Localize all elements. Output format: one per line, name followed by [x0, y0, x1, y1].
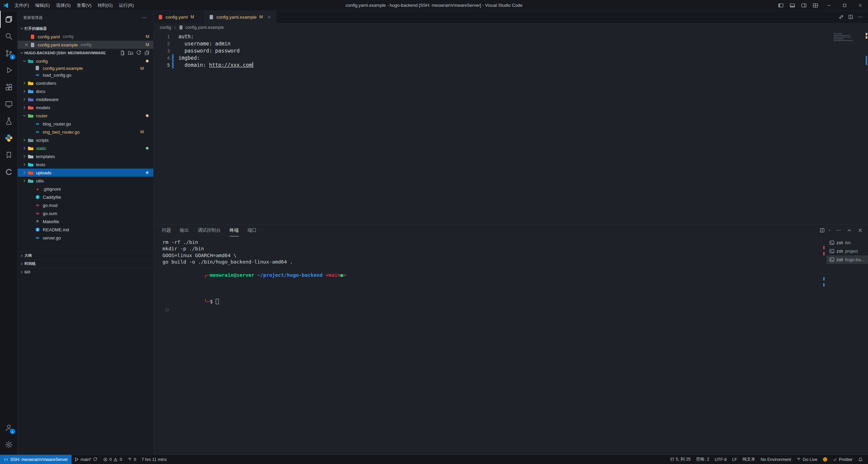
menu-file[interactable]: 文件(F)	[12, 0, 32, 11]
new-file-icon[interactable]	[119, 49, 126, 57]
tree-item-controllers[interactable]: controllers	[18, 79, 153, 87]
tree-item-config[interactable]: config	[18, 57, 153, 65]
panel-more-actions-icon[interactable]	[835, 227, 842, 234]
menu-run[interactable]: 运行(R)	[116, 0, 137, 11]
menu-goto[interactable]: 转到(G)	[95, 0, 116, 11]
prettier-status[interactable]: Prettier	[830, 455, 855, 464]
tree-item-scripts[interactable]: scripts	[18, 136, 153, 144]
tree-item-uploads[interactable]: uploads	[18, 169, 153, 177]
menu-selection[interactable]: 选择(S)	[53, 0, 74, 11]
open-editor-item[interactable]: config.yaml.example config M	[18, 41, 153, 49]
tree-item-router[interactable]: router	[18, 112, 153, 120]
cursor-position-status[interactable]: 行 5, 列 25	[668, 455, 693, 464]
terminal-list-item[interactable]: zshbin	[827, 238, 868, 247]
split-editor-icon[interactable]	[847, 13, 854, 21]
tree-item-docs[interactable]: docs	[18, 87, 153, 95]
collapse-all-icon[interactable]	[143, 49, 151, 57]
tree-item-templates[interactable]: templates	[18, 152, 153, 160]
menu-edit[interactable]: 编辑(E)	[32, 0, 53, 11]
c-ring-icon[interactable]	[0, 163, 18, 180]
tab-terminal[interactable]: 终端	[230, 224, 239, 236]
split-terminal-icon[interactable]	[818, 227, 826, 234]
remote-explorer-icon[interactable]	[0, 96, 18, 113]
tree-item-go-sum[interactable]: GO go.sum	[18, 209, 153, 217]
testing-icon[interactable]	[0, 113, 18, 130]
maximize-panel-icon[interactable]	[846, 227, 853, 234]
remote-indicator[interactable]: SSH: meowrainVmwareServer	[0, 455, 72, 464]
ports-status[interactable]: 0	[125, 455, 139, 464]
tree-item-tests[interactable]: tests	[18, 160, 153, 169]
workspace-section-header[interactable]: HUGO-BACKEND [SSH: MEOWRAINVMWARE...	[18, 49, 153, 57]
eol-status[interactable]: LF	[729, 455, 740, 464]
problems-status[interactable]: 0 0	[100, 455, 125, 464]
tree-item-utils[interactable]: utils	[18, 177, 153, 185]
tab-ports[interactable]: 端口	[248, 224, 257, 236]
tree-item-server-go[interactable]: GO server.go	[18, 234, 153, 242]
notifications-bell-icon[interactable]	[855, 455, 866, 464]
close-panel-icon[interactable]	[856, 227, 864, 234]
git-branch-status[interactable]: main*	[72, 455, 100, 464]
more-actions-icon[interactable]	[856, 13, 864, 21]
encoding-status[interactable]: UTF-8	[712, 455, 729, 464]
tab-output[interactable]: 输出	[180, 224, 189, 236]
terminal-input-line[interactable]: ╰─$	[162, 285, 822, 312]
customize-layout-icon[interactable]	[810, 0, 821, 11]
outline-section-header[interactable]: 大纲	[18, 251, 153, 259]
run-and-debug-icon[interactable]	[0, 62, 18, 79]
close-window-button[interactable]	[852, 0, 868, 11]
tree-item-static[interactable]: static	[18, 144, 153, 152]
settings-gear-icon[interactable]	[0, 436, 18, 453]
open-changes-icon[interactable]	[837, 13, 845, 21]
terminal-list-item[interactable]: zshhugo-ba...	[827, 255, 868, 264]
language-mode-status[interactable]: 纯文本	[740, 455, 758, 464]
minimize-button[interactable]	[821, 0, 837, 11]
tree-item-gitignore[interactable]: ◆ .gitignore	[18, 185, 153, 193]
explorer-icon[interactable]	[0, 11, 18, 28]
menu-view[interactable]: 查看(V)	[74, 0, 94, 11]
tree-item-caddyfile[interactable]: C Caddyfile	[18, 193, 153, 201]
toggle-primary-sidebar-icon[interactable]	[775, 0, 787, 11]
extensions-icon[interactable]	[0, 79, 18, 96]
code-editor[interactable]: 1auth: 2 username: admin 3 password: pas…	[154, 32, 868, 224]
open-editor-item[interactable]: config.yaml config M	[18, 33, 153, 41]
wakatime-status[interactable]: 7 hrs 11 mins	[139, 455, 169, 464]
tree-item-load-config-go[interactable]: GO load_config.go	[18, 71, 153, 79]
environment-status[interactable]: No Environment	[758, 455, 794, 464]
tree-item-config-yaml-example[interactable]: config.yaml.example M	[18, 65, 153, 71]
tree-item-img-bed-router-go[interactable]: GO img_bed_router.go M	[18, 128, 153, 136]
python-icon[interactable]	[0, 130, 18, 147]
toggle-secondary-sidebar-icon[interactable]	[798, 0, 810, 11]
tree-item-readme[interactable]: i README.md	[18, 226, 153, 234]
go-live-status[interactable]: Go Live	[794, 455, 820, 464]
tree-item-models[interactable]: models	[18, 103, 153, 112]
url-link[interactable]: http://xxx.com	[209, 62, 252, 68]
bookmarks-icon[interactable]	[0, 147, 18, 163]
indentation-status[interactable]: 空格: 2	[693, 455, 712, 464]
tab-problems[interactable]: 问题	[162, 224, 171, 236]
tab-config-yaml[interactable]: config.yaml M	[154, 11, 205, 23]
extension-status-icon[interactable]	[820, 455, 830, 464]
new-folder-icon[interactable]	[127, 49, 134, 57]
terminal-list-item[interactable]: zshproject	[827, 247, 868, 255]
source-control-icon[interactable]: 4	[0, 45, 18, 62]
chevron-down-icon[interactable]	[827, 228, 831, 232]
accounts-icon[interactable]: 1	[0, 419, 18, 436]
search-icon[interactable]	[0, 28, 18, 45]
breadcrumb-file[interactable]: config.yaml.example	[185, 25, 224, 30]
tree-item-blog-router-go[interactable]: GO blog_router.go	[18, 120, 153, 128]
maximize-button[interactable]	[837, 0, 852, 11]
go-section-header[interactable]: GO	[18, 268, 153, 276]
refresh-icon[interactable]	[135, 49, 142, 57]
open-editors-header[interactable]: 打开的编辑器	[18, 24, 153, 33]
tree-item-go-mod[interactable]: GO go.mod	[18, 201, 153, 209]
close-icon[interactable]	[23, 42, 30, 47]
explorer-more-actions-icon[interactable]	[140, 14, 148, 21]
tab-debug-console[interactable]: 调试控制台	[198, 224, 221, 236]
breadcrumb-folder[interactable]: config	[160, 25, 171, 30]
tree-item-makefile[interactable]: M Makefile	[18, 217, 153, 226]
terminal-output[interactable]: rm -rf ./bin mkdir -p ./bin GOOS=linux G…	[154, 236, 822, 455]
tree-item-middleware[interactable]: middleware	[18, 95, 153, 103]
minimap[interactable]	[832, 33, 863, 42]
close-icon[interactable]	[266, 14, 272, 20]
tab-config-yaml-example[interactable]: config.yaml.example M	[205, 11, 276, 23]
